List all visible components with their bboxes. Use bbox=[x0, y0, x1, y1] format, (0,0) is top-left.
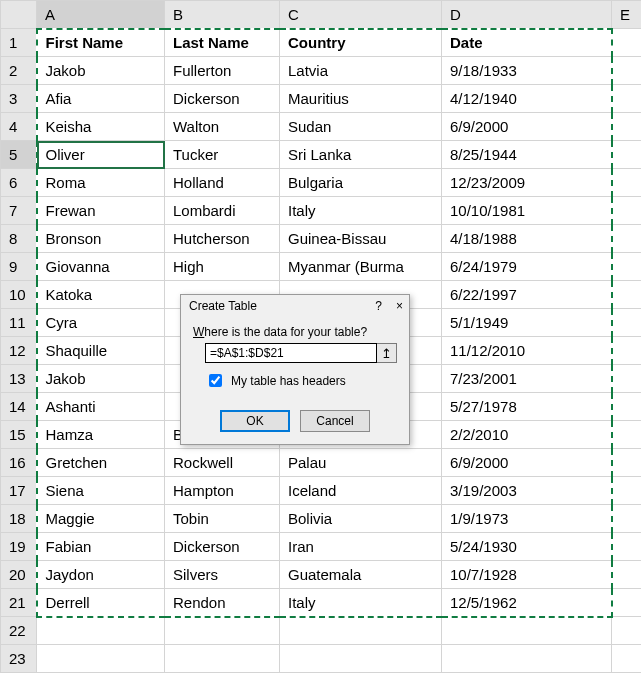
row-header[interactable]: 13 bbox=[1, 365, 37, 393]
cell[interactable]: Maggie bbox=[37, 505, 165, 533]
cell[interactable] bbox=[612, 85, 642, 113]
cell[interactable]: Bolivia bbox=[280, 505, 442, 533]
cell[interactable] bbox=[612, 141, 642, 169]
row-header[interactable]: 8 bbox=[1, 225, 37, 253]
cell[interactable]: 5/1/1949 bbox=[442, 309, 612, 337]
cell[interactable]: Giovanna bbox=[37, 253, 165, 281]
cell[interactable] bbox=[612, 169, 642, 197]
cell[interactable]: Sri Lanka bbox=[280, 141, 442, 169]
cell[interactable] bbox=[612, 281, 642, 309]
row-header[interactable]: 14 bbox=[1, 393, 37, 421]
cell[interactable]: 11/12/2010 bbox=[442, 337, 612, 365]
cell[interactable]: Katoka bbox=[37, 281, 165, 309]
row-header[interactable]: 9 bbox=[1, 253, 37, 281]
cell[interactable]: Fabian bbox=[37, 533, 165, 561]
cell[interactable] bbox=[612, 225, 642, 253]
cell[interactable] bbox=[612, 197, 642, 225]
collapse-dialog-icon[interactable]: ↥ bbox=[377, 343, 397, 363]
col-header-B[interactable]: B bbox=[165, 1, 280, 29]
cell[interactable]: Afia bbox=[37, 85, 165, 113]
cell[interactable] bbox=[612, 253, 642, 281]
cell[interactable] bbox=[280, 645, 442, 673]
cell[interactable]: Guatemala bbox=[280, 561, 442, 589]
cell[interactable] bbox=[612, 477, 642, 505]
cell[interactable]: Iceland bbox=[280, 477, 442, 505]
cell[interactable] bbox=[612, 365, 642, 393]
cell[interactable]: 6/9/2000 bbox=[442, 449, 612, 477]
cell[interactable]: Date bbox=[442, 29, 612, 57]
col-header-C[interactable]: C bbox=[280, 1, 442, 29]
cell[interactable]: 8/25/1944 bbox=[442, 141, 612, 169]
cell[interactable]: Country bbox=[280, 29, 442, 57]
cell[interactable]: 6/9/2000 bbox=[442, 113, 612, 141]
cell[interactable] bbox=[612, 393, 642, 421]
cell[interactable]: 1/9/1973 bbox=[442, 505, 612, 533]
cell[interactable]: 12/5/1962 bbox=[442, 589, 612, 617]
row-header[interactable]: 18 bbox=[1, 505, 37, 533]
cell[interactable]: Italy bbox=[280, 197, 442, 225]
row-header[interactable]: 2 bbox=[1, 57, 37, 85]
cell[interactable]: Palau bbox=[280, 449, 442, 477]
close-icon[interactable]: × bbox=[396, 299, 403, 313]
cell[interactable]: Myanmar (Burma bbox=[280, 253, 442, 281]
cell[interactable]: Bulgaria bbox=[280, 169, 442, 197]
cell[interactable]: Holland bbox=[165, 169, 280, 197]
cell[interactable]: Gretchen bbox=[37, 449, 165, 477]
cell[interactable]: Jakob bbox=[37, 57, 165, 85]
cancel-button[interactable]: Cancel bbox=[300, 410, 370, 432]
cell[interactable] bbox=[612, 533, 642, 561]
cell[interactable]: Latvia bbox=[280, 57, 442, 85]
cell[interactable]: Italy bbox=[280, 589, 442, 617]
cell[interactable]: Frewan bbox=[37, 197, 165, 225]
cell[interactable]: Sudan bbox=[280, 113, 442, 141]
row-header[interactable]: 6 bbox=[1, 169, 37, 197]
cell[interactable] bbox=[442, 645, 612, 673]
row-header[interactable]: 16 bbox=[1, 449, 37, 477]
select-all-corner[interactable] bbox=[1, 1, 37, 29]
cell[interactable]: First Name bbox=[37, 29, 165, 57]
row-header[interactable]: 1 bbox=[1, 29, 37, 57]
cell[interactable]: Iran bbox=[280, 533, 442, 561]
row-header[interactable]: 15 bbox=[1, 421, 37, 449]
cell[interactable]: Walton bbox=[165, 113, 280, 141]
has-headers-checkbox[interactable] bbox=[209, 374, 222, 387]
cell[interactable]: Mauritius bbox=[280, 85, 442, 113]
cell[interactable] bbox=[612, 589, 642, 617]
cell[interactable] bbox=[612, 421, 642, 449]
cell[interactable] bbox=[612, 337, 642, 365]
cell-active[interactable]: Oliver bbox=[37, 141, 165, 169]
cell[interactable] bbox=[280, 617, 442, 645]
ok-button[interactable]: OK bbox=[220, 410, 290, 432]
cell[interactable]: Silvers bbox=[165, 561, 280, 589]
cell[interactable]: Siena bbox=[37, 477, 165, 505]
cell[interactable]: Lombardi bbox=[165, 197, 280, 225]
col-header-E[interactable]: E bbox=[612, 1, 642, 29]
cell[interactable]: Ashanti bbox=[37, 393, 165, 421]
cell[interactable]: 3/19/2003 bbox=[442, 477, 612, 505]
col-header-A[interactable]: A bbox=[37, 1, 165, 29]
cell[interactable] bbox=[165, 617, 280, 645]
cell[interactable]: Rendon bbox=[165, 589, 280, 617]
row-header[interactable]: 5 bbox=[1, 141, 37, 169]
cell[interactable] bbox=[37, 645, 165, 673]
cell[interactable]: Tucker bbox=[165, 141, 280, 169]
row-header[interactable]: 11 bbox=[1, 309, 37, 337]
cell[interactable]: 5/27/1978 bbox=[442, 393, 612, 421]
col-header-D[interactable]: D bbox=[442, 1, 612, 29]
row-header[interactable]: 4 bbox=[1, 113, 37, 141]
help-icon[interactable]: ? bbox=[375, 299, 382, 313]
cell[interactable] bbox=[442, 617, 612, 645]
cell[interactable] bbox=[612, 505, 642, 533]
cell[interactable]: Hampton bbox=[165, 477, 280, 505]
cell[interactable]: Cyra bbox=[37, 309, 165, 337]
cell[interactable]: Tobin bbox=[165, 505, 280, 533]
cell[interactable]: High bbox=[165, 253, 280, 281]
cell[interactable]: Keisha bbox=[37, 113, 165, 141]
cell[interactable] bbox=[612, 309, 642, 337]
dialog-titlebar[interactable]: Create Table ? × bbox=[181, 295, 409, 317]
row-header[interactable]: 23 bbox=[1, 645, 37, 673]
row-header[interactable]: 21 bbox=[1, 589, 37, 617]
cell[interactable]: Hamza bbox=[37, 421, 165, 449]
range-input[interactable] bbox=[205, 343, 377, 363]
row-header[interactable]: 12 bbox=[1, 337, 37, 365]
